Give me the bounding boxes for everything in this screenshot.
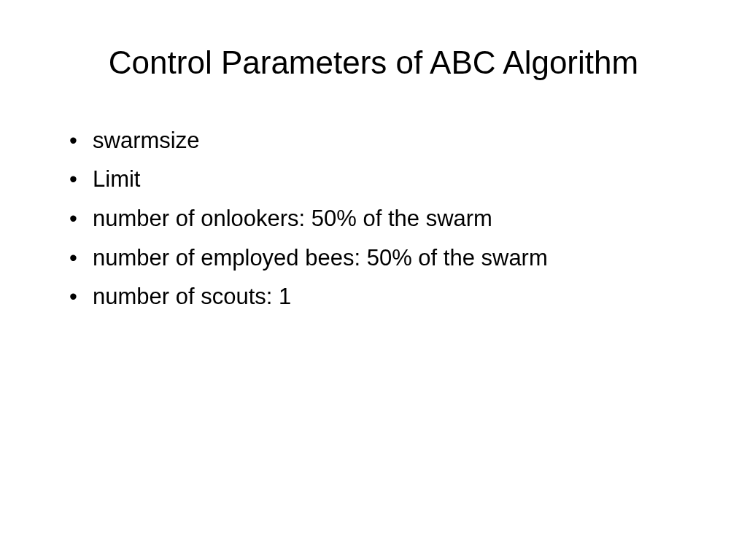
list-item: Limit xyxy=(69,161,692,198)
slide-container: Control Parameters of ABC Algorithm swar… xyxy=(0,0,747,560)
list-item: swarmsize xyxy=(69,122,692,159)
list-item: number of scouts: 1 xyxy=(69,279,692,315)
slide-title: Control Parameters of ABC Algorithm xyxy=(55,44,692,82)
bullet-list: swarmsize Limit number of onlookers: 50%… xyxy=(55,122,692,315)
list-item: number of onlookers: 50% of the swarm xyxy=(69,201,692,237)
list-item: number of employed bees: 50% of the swar… xyxy=(69,240,692,276)
